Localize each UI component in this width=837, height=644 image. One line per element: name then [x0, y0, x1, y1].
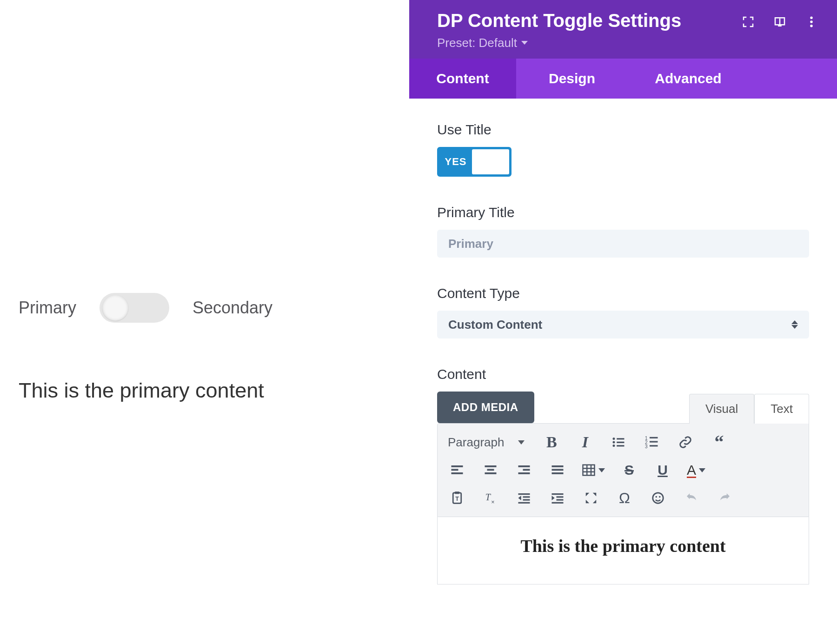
rich-text-editor: ADD MEDIA Visual Text Paragraph B — [437, 392, 809, 584]
tab-advanced[interactable]: Advanced — [628, 59, 749, 99]
clear-formatting-button[interactable]: T× — [481, 489, 500, 507]
content-type-value: Custom Content — [448, 318, 542, 332]
link-icon — [678, 435, 692, 449]
strikethrough-button[interactable]: S — [620, 461, 638, 479]
justify-button[interactable] — [548, 461, 567, 479]
fullscreen-button[interactable] — [582, 489, 600, 507]
text-color-icon: A — [687, 462, 696, 478]
editor-content-text: This is the primary content — [520, 536, 725, 556]
use-title-toggle[interactable]: YES — [437, 147, 512, 177]
svg-point-6 — [613, 441, 615, 444]
svg-rect-9 — [617, 445, 624, 446]
toggle-switch[interactable] — [100, 293, 169, 323]
outdent-button[interactable] — [515, 489, 533, 507]
svg-rect-42 — [552, 493, 564, 495]
bulleted-list-icon — [611, 435, 625, 449]
primary-title-label: Primary Title — [437, 205, 809, 220]
svg-point-46 — [653, 493, 664, 504]
preview-content-text: This is the primary content — [19, 378, 391, 403]
svg-rect-38 — [518, 493, 530, 495]
emoji-icon — [651, 491, 665, 505]
underline-button[interactable]: U — [653, 461, 672, 479]
svg-rect-20 — [487, 469, 494, 471]
svg-rect-24 — [518, 472, 530, 474]
svg-rect-27 — [552, 472, 564, 474]
svg-text:3: 3 — [645, 444, 648, 449]
add-media-button[interactable]: ADD MEDIA — [437, 392, 534, 423]
svg-rect-18 — [452, 472, 463, 474]
svg-rect-7 — [617, 442, 624, 443]
tab-content[interactable]: Content — [409, 59, 516, 99]
chevron-down-icon — [699, 468, 705, 472]
preview-pane: Primary Secondary This is the primary co… — [0, 0, 409, 644]
editor-toolbar: Paragraph B I 123 — [437, 423, 809, 517]
content-type-select[interactable]: Custom Content — [437, 311, 809, 339]
align-right-button[interactable] — [515, 461, 533, 479]
redo-button[interactable] — [716, 489, 734, 507]
svg-text:×: × — [491, 499, 494, 505]
field-content: Content ADD MEDIA Visual Text Paragraph — [437, 366, 809, 584]
link-button[interactable] — [676, 433, 695, 451]
numbered-list-button[interactable]: 123 — [643, 433, 661, 451]
editor-tab-text[interactable]: Text — [754, 394, 809, 424]
bulleted-list-button[interactable] — [609, 433, 628, 451]
editor-canvas[interactable]: This is the primary content — [437, 517, 809, 584]
toggle-primary-label: Primary — [19, 298, 76, 318]
blockquote-button[interactable]: “ — [710, 433, 728, 451]
svg-point-2 — [810, 20, 813, 23]
panel-title: DP Content Toggle Settings — [437, 10, 681, 31]
special-character-button[interactable]: Ω — [615, 489, 634, 507]
content-label: Content — [437, 366, 809, 382]
svg-rect-5 — [617, 438, 624, 439]
svg-rect-13 — [650, 441, 658, 443]
svg-rect-19 — [485, 465, 497, 467]
numbered-list-icon: 123 — [645, 435, 659, 449]
svg-rect-23 — [523, 469, 530, 471]
use-title-knob — [472, 149, 509, 174]
undo-button[interactable] — [682, 489, 701, 507]
svg-rect-34 — [455, 491, 459, 494]
align-left-button[interactable] — [448, 461, 466, 479]
preset-label: Preset: Default — [437, 36, 517, 50]
block-format-value: Paragraph — [448, 435, 504, 450]
paste-as-text-button[interactable]: T — [448, 489, 466, 507]
indent-button[interactable] — [548, 489, 567, 507]
svg-rect-43 — [557, 496, 564, 498]
preset-selector[interactable]: Preset: Default — [437, 36, 681, 50]
svg-rect-11 — [650, 437, 658, 438]
svg-rect-44 — [557, 499, 564, 501]
svg-point-8 — [613, 445, 615, 447]
chevron-down-icon — [598, 468, 605, 472]
bold-button[interactable]: B — [542, 433, 561, 451]
svg-rect-21 — [485, 472, 497, 474]
svg-rect-39 — [523, 496, 530, 498]
responsive-icon[interactable] — [773, 15, 787, 29]
more-icon[interactable] — [804, 15, 818, 29]
align-right-icon — [517, 463, 531, 477]
svg-rect-41 — [518, 502, 530, 504]
editor-tab-visual[interactable]: Visual — [689, 394, 754, 424]
svg-point-1 — [810, 17, 813, 20]
align-center-button[interactable] — [481, 461, 500, 479]
primary-title-input[interactable] — [437, 230, 809, 258]
block-format-select[interactable]: Paragraph — [448, 435, 527, 450]
svg-rect-15 — [650, 445, 658, 446]
settings-panel: DP Content Toggle Settings Preset: Defau… — [409, 0, 837, 644]
text-color-button[interactable]: A — [687, 462, 705, 478]
italic-button[interactable]: I — [576, 433, 594, 451]
chevron-down-icon — [521, 40, 528, 46]
indent-icon — [551, 491, 565, 505]
fullscreen-icon — [584, 491, 598, 505]
svg-rect-40 — [523, 499, 530, 501]
updown-icon — [791, 320, 798, 329]
content-type-label: Content Type — [437, 285, 809, 301]
expand-icon[interactable] — [741, 15, 755, 29]
use-title-value: YES — [439, 156, 472, 168]
tab-design[interactable]: Design — [516, 59, 628, 99]
table-button[interactable] — [582, 463, 605, 477]
svg-point-4 — [613, 438, 615, 440]
svg-rect-28 — [583, 465, 595, 476]
emoji-button[interactable] — [649, 489, 667, 507]
clear-format-icon: T× — [484, 491, 498, 505]
svg-point-3 — [810, 25, 813, 27]
